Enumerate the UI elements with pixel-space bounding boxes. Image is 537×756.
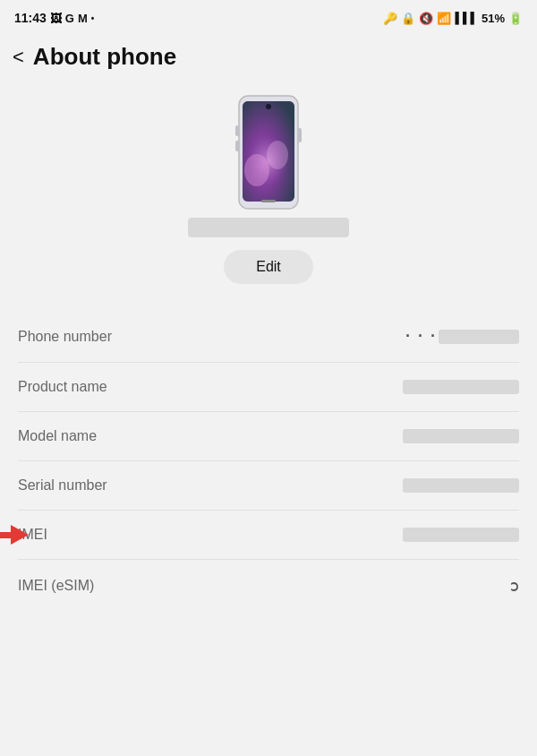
svg-rect-8: [235, 125, 239, 136]
signal-icon: ▌▌▌: [455, 12, 478, 24]
dot-icon: •: [91, 13, 95, 23]
imei-arrow: [0, 525, 29, 545]
time-display: 11:43: [14, 11, 47, 25]
phone-number-row: Phone number · · ·: [18, 311, 519, 363]
imei-esim-label: IMEI (eSIM): [18, 578, 94, 594]
imei-row: IMEI: [18, 511, 519, 560]
serial-number-row: Serial number: [18, 461, 519, 511]
mute-icon: 🔇: [419, 12, 433, 25]
wifi-icon: 📶: [437, 12, 451, 25]
svg-rect-7: [298, 128, 302, 142]
serial-number-value: [403, 478, 519, 493]
svg-rect-11: [0, 532, 11, 538]
imei-esim-value: ɔ: [510, 576, 519, 596]
product-name-value: [403, 380, 519, 394]
arrow-svg: [0, 525, 29, 545]
svg-rect-10: [261, 200, 276, 202]
model-name-label: Model name: [18, 428, 97, 444]
model-name-row: Model name: [18, 412, 519, 461]
mail-icon: M: [78, 12, 88, 25]
info-section: Phone number · · · Product name Model na…: [0, 311, 537, 612]
phone-image: [219, 94, 318, 210]
device-name-blurred: [188, 218, 349, 237]
g-icon: G: [65, 12, 74, 25]
svg-point-5: [267, 141, 288, 169]
key-icon: 🔑: [383, 12, 397, 25]
page-title: About phone: [33, 43, 176, 71]
svg-marker-12: [11, 525, 29, 545]
imei-esim-row: IMEI (eSIM) ɔ: [18, 560, 519, 612]
svg-point-4: [244, 154, 269, 186]
imei-value: [403, 528, 519, 542]
product-name-label: Product name: [18, 379, 107, 395]
back-button[interactable]: <: [13, 47, 24, 67]
gallery-icon: 🖼: [50, 12, 62, 25]
phone-number-value: · · ·: [405, 327, 519, 346]
product-name-row: Product name: [18, 363, 519, 412]
battery-level: 51%: [482, 12, 505, 25]
lock-icon: 🔒: [401, 12, 415, 25]
phone-display-section: Edit: [0, 85, 537, 302]
model-name-value: [403, 429, 519, 443]
svg-rect-9: [235, 141, 239, 151]
phone-number-label: Phone number: [18, 329, 112, 345]
edit-button[interactable]: Edit: [224, 250, 313, 284]
serial-number-label: Serial number: [18, 477, 107, 494]
page-header: < About phone: [0, 32, 537, 85]
status-icons: 🔑 🔒 🔇 📶 ▌▌▌ 51% 🔋: [383, 12, 523, 25]
battery-icon: 🔋: [508, 12, 523, 25]
status-time: 11:43 🖼 G M •: [14, 11, 94, 25]
svg-point-6: [266, 104, 271, 109]
status-bar: 11:43 🖼 G M • 🔑 🔒 🔇 📶 ▌▌▌ 51% 🔋: [0, 0, 537, 32]
